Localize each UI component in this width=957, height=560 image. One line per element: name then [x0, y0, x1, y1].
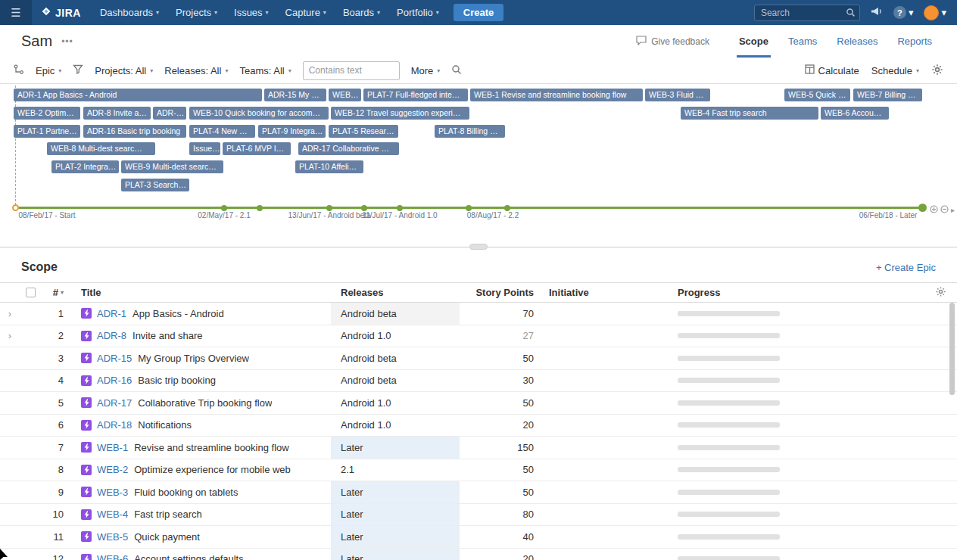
release-cell[interactable]: Android beta: [331, 347, 460, 369]
timeline-epic-bar[interactable]: PLAT-10 Affeli…: [295, 160, 363, 173]
story-points-cell[interactable]: 150: [460, 442, 535, 453]
story-points-cell[interactable]: 30: [460, 375, 535, 386]
timeline-epic-bar[interactable]: WEB…: [329, 89, 361, 101]
release-cell[interactable]: Android beta: [331, 370, 460, 392]
timeline-epic-bar[interactable]: WEB-6 Accou…: [821, 107, 889, 120]
help-menu[interactable]: ? ▾: [893, 6, 914, 19]
release-cell[interactable]: Later: [331, 504, 460, 526]
timeline-epic-bar[interactable]: WEB-5 Quick …: [784, 89, 850, 101]
timeline-epic-bar[interactable]: WEB-8 Multi-dest searc…: [47, 142, 155, 155]
epic-key-link[interactable]: ADR-1: [97, 308, 126, 319]
tab-teams[interactable]: Teams: [778, 25, 827, 58]
app-switcher-button[interactable]: ☰: [0, 0, 32, 25]
timeline-epic-bar[interactable]: ADR-17 Collaborative …: [298, 142, 399, 155]
epic-key-link[interactable]: WEB-1: [97, 442, 128, 453]
timeline-epic-bar[interactable]: WEB-10 Quick booking for accom…: [189, 107, 329, 120]
table-row[interactable]: › 9 WEB-3 Fluid booking on tablets Later…: [0, 481, 957, 504]
story-points-cell[interactable]: 70: [460, 308, 535, 319]
tab-releases[interactable]: Releases: [827, 25, 887, 58]
timeline-epic-bar[interactable]: ADR-…: [153, 107, 186, 120]
table-row[interactable]: › 6 ADR-18 Notifications Android 1.0 20: [0, 415, 957, 437]
epic-key-link[interactable]: WEB-6: [97, 553, 128, 560]
release-cell[interactable]: Android beta: [331, 303, 460, 325]
story-points-cell[interactable]: 80: [460, 509, 535, 520]
column-progress[interactable]: Progress: [666, 287, 787, 298]
timeline-epic-bar[interactable]: ADR-1 App Basics - Android: [14, 89, 262, 101]
give-feedback-button[interactable]: Give feedback: [636, 25, 709, 58]
timeline-epic-bar[interactable]: WEB-2 Optim…: [14, 107, 80, 120]
timeline-epic-bar[interactable]: PLAT-9 Integra…: [258, 125, 326, 138]
column-releases[interactable]: Releases: [331, 283, 460, 302]
epic-key-link[interactable]: WEB-5: [97, 531, 128, 543]
story-points-cell[interactable]: 50: [460, 487, 535, 498]
release-cell[interactable]: Android 1.0: [331, 392, 460, 414]
story-points-cell[interactable]: 27: [460, 330, 535, 341]
story-points-cell[interactable]: 40: [460, 531, 535, 543]
search-input[interactable]: [754, 5, 860, 21]
release-cell[interactable]: Later: [331, 481, 460, 503]
nav-dashboards[interactable]: Dashboards▾: [92, 0, 167, 25]
story-points-cell[interactable]: 20: [460, 553, 535, 560]
tab-scope[interactable]: Scope: [729, 25, 778, 58]
panel-resize-handle[interactable]: [469, 244, 488, 250]
epic-key-link[interactable]: ADR-16: [97, 375, 132, 386]
tab-reports[interactable]: Reports: [887, 25, 942, 58]
timeline-epic-bar[interactable]: Issue…: [189, 142, 220, 155]
timeline-epic-bar[interactable]: ADR-15 My …: [264, 89, 326, 101]
timeline-canvas[interactable]: ADR-1 App Basics - AndroidADR-15 My …WEB…: [0, 84, 957, 247]
feedback-megaphone-icon[interactable]: [871, 6, 883, 19]
column-story-points[interactable]: Story Points: [460, 287, 535, 298]
timeline-epic-bar[interactable]: PLAT-8 Billing …: [435, 125, 505, 138]
nav-issues[interactable]: Issues▾: [226, 0, 277, 25]
table-row[interactable]: › 8 WEB-2 Optimize experience for mobile…: [0, 459, 957, 482]
nav-boards[interactable]: Boards▾: [335, 0, 388, 25]
table-row[interactable]: › 1 ADR-1 App Basics - Android Android b…: [0, 303, 957, 325]
contains-text-input[interactable]: [303, 61, 400, 80]
release-cell[interactable]: Later: [331, 437, 460, 459]
timeline-epic-bar[interactable]: PLAT-5 Resear…: [329, 125, 398, 138]
timeline-epic-bar[interactable]: PLAT-7 Full-fledged inte…: [363, 89, 468, 101]
epic-key-link[interactable]: WEB-4: [97, 509, 128, 520]
column-title[interactable]: Title: [65, 287, 331, 298]
release-cell[interactable]: 2.1: [331, 459, 460, 481]
table-row[interactable]: › 12 WEB-6 Account settings defaults Lat…: [0, 549, 957, 560]
timeline-epic-bar[interactable]: WEB-4 Fast trip search: [681, 107, 818, 120]
nav-portfolio[interactable]: Portfolio▾: [388, 0, 447, 25]
table-row[interactable]: › 10 WEB-4 Fast trip search Later 80: [0, 504, 957, 527]
release-cell[interactable]: Later: [331, 526, 460, 548]
story-points-cell[interactable]: 20: [460, 419, 535, 431]
plan-more-button[interactable]: •••: [61, 36, 73, 47]
release-cell[interactable]: Android 1.0: [331, 325, 460, 347]
expand-chevron-icon[interactable]: ›: [8, 331, 11, 341]
create-button[interactable]: Create: [454, 4, 503, 21]
timeline-epic-bar[interactable]: WEB-9 Multi-dest searc…: [121, 160, 223, 173]
table-row[interactable]: › 7 WEB-1 Revise and streamline booking …: [0, 437, 957, 459]
story-points-cell[interactable]: 50: [460, 353, 535, 364]
timeline-epic-bar[interactable]: PLAT-1 Partne…: [14, 125, 80, 138]
story-points-cell[interactable]: 50: [460, 397, 535, 409]
table-settings-gear-icon[interactable]: [935, 286, 946, 300]
settings-gear-icon[interactable]: [931, 64, 943, 78]
timeline-epic-bar[interactable]: ADR-8 Invite a…: [83, 107, 151, 120]
epic-key-link[interactable]: WEB-2: [97, 464, 128, 475]
more-filters-dropdown[interactable]: More▾: [411, 65, 441, 76]
timeline-epic-bar[interactable]: WEB-12 Travel suggestion experi…: [331, 107, 469, 120]
timeline-epic-bar[interactable]: PLAT-3 Search…: [121, 179, 189, 191]
select-all-checkbox[interactable]: [26, 288, 36, 297]
table-scrollbar-thumb[interactable]: [949, 303, 955, 395]
table-row[interactable]: › 5 ADR-17 Collaborative Trip booking fl…: [0, 392, 957, 415]
epic-key-link[interactable]: ADR-8: [97, 330, 126, 341]
epic-key-link[interactable]: ADR-18: [97, 419, 132, 431]
user-menu[interactable]: ▾: [924, 5, 946, 20]
epic-key-link[interactable]: ADR-17: [97, 397, 132, 409]
nav-capture[interactable]: Capture▾: [277, 0, 335, 25]
table-row[interactable]: › 3 ADR-15 My Group Trips Overview Andro…: [0, 347, 957, 370]
timeline-epic-bar[interactable]: ADR-16 Basic trip booking: [83, 125, 186, 138]
timeline-epic-bar[interactable]: PLAT-4 New …: [189, 125, 255, 138]
teams-filter[interactable]: Teams: All▾: [239, 65, 291, 76]
timeline-epic-bar[interactable]: WEB-3 Fluid …: [645, 89, 710, 101]
timeline-epic-bar[interactable]: PLAT-6 MVP I…: [223, 142, 291, 155]
level-dropdown[interactable]: Epic▾: [36, 65, 61, 76]
releases-filter[interactable]: Releases: All▾: [164, 65, 228, 76]
table-row[interactable]: › 11 WEB-5 Quick payment Later 40: [0, 526, 957, 549]
